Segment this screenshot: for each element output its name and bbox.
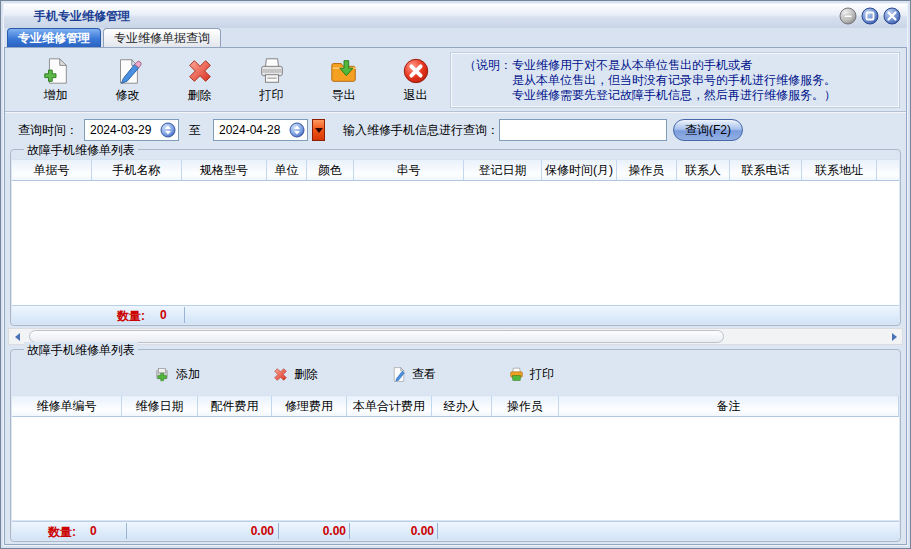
- footer-separator: [184, 307, 185, 323]
- minimize-button[interactable]: [839, 7, 857, 25]
- table2-column-header[interactable]: 维修日期: [122, 396, 198, 416]
- order-add-label: 添加: [176, 366, 200, 383]
- order-view-button[interactable]: 查看: [390, 366, 436, 383]
- notice-line-2: 是从本单位售出，但当时没有记录串号的手机进行维修服务。: [512, 73, 899, 88]
- chevron-down-icon: [315, 128, 323, 133]
- delete-small-icon: [272, 366, 289, 383]
- table1-column-header[interactable]: 单位: [267, 160, 307, 180]
- add-small-icon: [154, 366, 171, 383]
- footer-separator: [437, 523, 438, 539]
- date-to-label: 至: [189, 122, 201, 139]
- table1-count-label: 数量:: [117, 308, 145, 325]
- scroll-right-button[interactable]: [886, 329, 902, 344]
- export-folder-icon: [329, 56, 359, 86]
- parts-fee-total: 0.00: [204, 524, 274, 538]
- table2-column-header[interactable]: 操作员: [492, 396, 559, 416]
- delete-button-label: 删除: [188, 87, 212, 104]
- date-spinner-icon[interactable]: [160, 122, 176, 138]
- date-range-dropdown-button[interactable]: [312, 119, 325, 141]
- close-button[interactable]: [883, 7, 901, 25]
- print-button-label: 打印: [260, 87, 284, 104]
- table1-count-value: 0: [160, 308, 167, 322]
- table2-column-header[interactable]: 备注: [559, 396, 899, 416]
- delete-x-icon: [185, 56, 215, 86]
- table2-column-header[interactable]: 配件费用: [198, 396, 272, 416]
- order-print-label: 打印: [530, 366, 554, 383]
- table1-column-header[interactable]: 联系人: [677, 160, 730, 180]
- footer-separator: [349, 523, 350, 539]
- table2-body[interactable]: [12, 417, 899, 520]
- modify-button[interactable]: 修改: [97, 56, 158, 104]
- tab-professional-repair-document-query[interactable]: 专业维修单据查询: [103, 28, 221, 47]
- table2-column-header[interactable]: 经办人: [432, 396, 492, 416]
- date-spinner-icon[interactable]: [289, 122, 305, 138]
- table1-column-header[interactable]: 规格型号: [182, 160, 267, 180]
- table2-footer: 数量: 0 0.00 0.00 0.00: [12, 521, 899, 540]
- add-button[interactable]: 增加: [25, 56, 86, 104]
- table1-column-header[interactable]: 联系地址: [802, 160, 877, 180]
- maximize-button[interactable]: [861, 7, 879, 25]
- search-input[interactable]: [499, 119, 667, 141]
- add-document-icon: [41, 56, 71, 86]
- arrow-left-icon: [15, 333, 20, 341]
- exit-button[interactable]: 退出: [385, 56, 446, 104]
- repair-fee-total: 0.00: [276, 524, 346, 538]
- exit-button-label: 退出: [404, 87, 428, 104]
- notice-line-3: 专业维修需要先登记故障手机信息，然后再进行维修服务。）: [512, 88, 899, 103]
- fault-phone-list-groupbox: 故障手机维修单列表 单据号手机名称规格型号单位颜色串号登记日期保修时间(月)操作…: [10, 149, 901, 326]
- add-button-label: 增加: [44, 87, 68, 104]
- query-f2-button[interactable]: 查询(F2): [673, 119, 743, 141]
- table1-column-header[interactable]: 手机名称: [92, 160, 182, 180]
- query-time-label: 查询时间：: [18, 122, 78, 139]
- order-delete-label: 删除: [294, 366, 318, 383]
- table2-column-header[interactable]: 维修单编号: [12, 396, 122, 416]
- app-window: 手机专业维修管理: [0, 0, 911, 549]
- fault-phone-list-group-label: 故障手机维修单列表: [24, 142, 138, 159]
- order-add-button[interactable]: 添加: [154, 366, 200, 383]
- export-button-label: 导出: [332, 87, 356, 104]
- arrow-right-icon: [892, 333, 897, 341]
- table1-footer: 数量: 0: [12, 305, 899, 324]
- table1-column-header[interactable]: 单据号: [12, 160, 92, 180]
- footer-separator: [126, 523, 127, 539]
- exit-icon: [401, 56, 431, 86]
- print-small-icon: [508, 366, 525, 383]
- date-to-value: 2024-04-28: [219, 123, 289, 137]
- modify-button-label: 修改: [116, 87, 140, 104]
- notice-line-1: （说明：专业维修用于对不是从本单位售出的手机或者: [464, 58, 899, 73]
- export-button[interactable]: 导出: [313, 56, 374, 104]
- window-title: 手机专业维修管理: [4, 8, 130, 25]
- query-row: 查询时间： 2024-03-29 至 2024-04-28: [5, 116, 906, 144]
- table1-body[interactable]: [12, 181, 899, 305]
- print-button[interactable]: 打印: [241, 56, 302, 104]
- scroll-left-button[interactable]: [9, 329, 25, 344]
- order-view-label: 查看: [412, 366, 436, 383]
- window-controls: [839, 7, 907, 25]
- table2-column-header[interactable]: 本单合计费用: [347, 396, 432, 416]
- date-to-picker[interactable]: 2024-04-28: [213, 119, 308, 141]
- table1-column-header[interactable]: 串号: [354, 160, 464, 180]
- table1-column-header[interactable]: 操作员: [617, 160, 677, 180]
- main-content: 增加 修改 删除: [4, 47, 907, 545]
- horizontal-scrollbar[interactable]: [8, 328, 903, 345]
- repair-order-toolbar: 添加 删除 查看: [12, 358, 899, 390]
- table1-header-row: 单据号手机名称规格型号单位颜色串号登记日期保修时间(月)操作员联系人联系电话联系…: [12, 159, 899, 181]
- table1-column-header[interactable]: 登记日期: [464, 160, 542, 180]
- date-from-value: 2024-03-29: [90, 123, 160, 137]
- maximize-icon: [861, 7, 879, 25]
- table2-count-label: 数量:: [48, 524, 76, 541]
- tab-professional-repair-management[interactable]: 专业维修管理: [7, 28, 101, 47]
- view-document-icon: [390, 366, 407, 383]
- main-toolbar: 增加 修改 删除: [5, 48, 455, 111]
- table1-column-header[interactable]: 颜色: [307, 160, 354, 180]
- delete-button[interactable]: 删除: [169, 56, 230, 104]
- table1-column-header[interactable]: 联系电话: [730, 160, 802, 180]
- order-delete-button[interactable]: 删除: [272, 366, 318, 383]
- table2-header-row: 维修单编号维修日期配件费用修理费用本单合计费用经办人操作员备注: [12, 395, 899, 417]
- table2-column-header[interactable]: 修理费用: [272, 396, 347, 416]
- table2-count-value: 0: [90, 524, 97, 538]
- notice-box: （说明：专业维修用于对不是从本单位售出的手机或者 是从本单位售出，但当时没有记录…: [450, 52, 900, 108]
- order-print-button[interactable]: 打印: [508, 366, 554, 383]
- table1-column-header[interactable]: 保修时间(月): [542, 160, 617, 180]
- date-from-picker[interactable]: 2024-03-29: [84, 119, 179, 141]
